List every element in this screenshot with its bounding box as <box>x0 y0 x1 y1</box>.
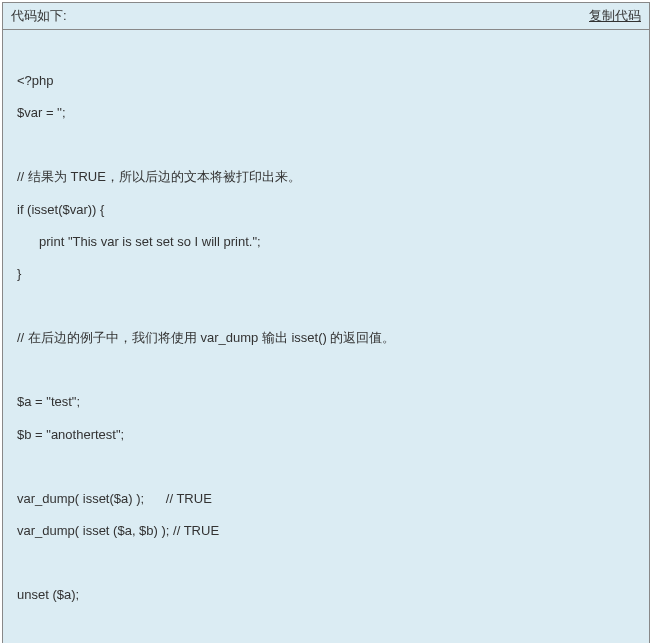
code-line <box>17 40 635 58</box>
code-line <box>17 618 635 636</box>
code-line: $b = "anothertest"; <box>17 426 635 444</box>
code-line: // 在后边的例子中，我们将使用 var_dump 输出 isset() 的返回… <box>17 329 635 347</box>
code-line: var_dump( isset ($a, $b) ); // TRUE <box>17 522 635 540</box>
code-line: unset ($a); <box>17 586 635 604</box>
code-label: 代码如下: <box>11 7 67 25</box>
code-line <box>17 297 635 315</box>
code-line: $var = ''; <box>17 104 635 122</box>
code-line <box>17 458 635 476</box>
code-line: var_dump( isset($a) ); // TRUE <box>17 490 635 508</box>
code-line: } <box>17 265 635 283</box>
code-block: 代码如下: 复制代码 <?php $var = ''; // 结果为 TRUE，… <box>2 2 650 643</box>
copy-code-link[interactable]: 复制代码 <box>589 7 641 25</box>
code-body: <?php $var = ''; // 结果为 TRUE，所以后边的文本将被打印… <box>3 30 649 643</box>
code-line: $a = "test"; <box>17 393 635 411</box>
code-line: if (isset($var)) { <box>17 201 635 219</box>
code-line <box>17 136 635 154</box>
code-line <box>17 361 635 379</box>
code-line: <?php <box>17 72 635 90</box>
code-line: print "This var is set set so I will pri… <box>17 233 635 251</box>
code-line: // 结果为 TRUE，所以后边的文本将被打印出来。 <box>17 168 635 186</box>
code-header: 代码如下: 复制代码 <box>3 3 649 30</box>
code-line <box>17 554 635 572</box>
